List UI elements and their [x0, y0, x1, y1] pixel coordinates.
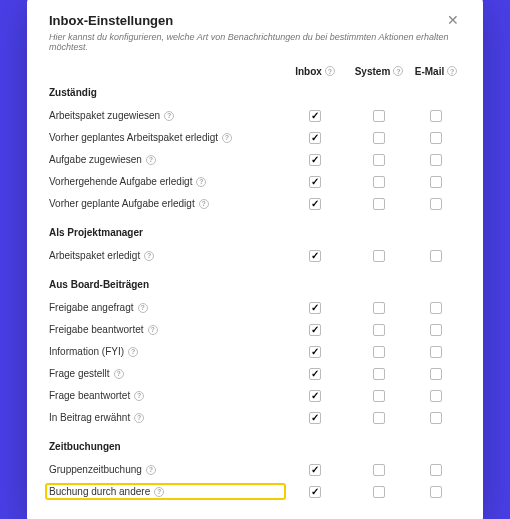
checkbox-email[interactable] — [430, 250, 442, 262]
setting-row: Information (FYI) — [49, 341, 461, 363]
checkbox-system[interactable] — [373, 198, 385, 210]
row-label-text: Freigabe angefragt — [49, 302, 134, 313]
column-headers: Inbox System E-Mail — [49, 66, 461, 77]
checkbox-email[interactable] — [430, 324, 442, 336]
checkbox-email[interactable] — [430, 346, 442, 358]
checkbox-cell — [347, 368, 411, 380]
help-icon[interactable] — [146, 465, 156, 475]
checkbox-system[interactable] — [373, 412, 385, 424]
checkbox-system[interactable] — [373, 132, 385, 144]
checkbox-inbox[interactable] — [309, 346, 321, 358]
help-icon[interactable] — [393, 66, 403, 76]
checkbox-inbox[interactable] — [309, 368, 321, 380]
checkbox-email[interactable] — [430, 412, 442, 424]
help-icon[interactable] — [196, 177, 206, 187]
row-label-text: Buchung durch andere — [49, 486, 150, 497]
checkbox-inbox[interactable] — [309, 154, 321, 166]
checkbox-cell — [347, 302, 411, 314]
checkbox-email[interactable] — [430, 132, 442, 144]
checkbox-inbox[interactable] — [309, 390, 321, 402]
checkbox-inbox[interactable] — [309, 176, 321, 188]
setting-row: Gruppenzeitbuchung — [49, 459, 461, 481]
col-head-system: System — [347, 66, 411, 77]
help-icon[interactable] — [447, 66, 457, 76]
checkbox-system[interactable] — [373, 368, 385, 380]
checkbox-email[interactable] — [430, 198, 442, 210]
checkbox-email[interactable] — [430, 390, 442, 402]
row-label: Frage beantwortet — [49, 390, 283, 401]
setting-row: Freigabe angefragt — [49, 297, 461, 319]
help-icon[interactable] — [154, 487, 164, 497]
help-icon[interactable] — [134, 413, 144, 423]
checkbox-email[interactable] — [430, 368, 442, 380]
checkbox-system[interactable] — [373, 486, 385, 498]
setting-row: Arbeitspaket erledigt — [49, 245, 461, 267]
checkbox-email[interactable] — [430, 176, 442, 188]
row-label-text: Freigabe beantwortet — [49, 324, 144, 335]
checkbox-email[interactable] — [430, 154, 442, 166]
help-icon[interactable] — [144, 251, 154, 261]
checkbox-system[interactable] — [373, 110, 385, 122]
row-label: Vorher geplantes Arbeitspaket erledigt — [49, 132, 283, 143]
checkbox-system[interactable] — [373, 346, 385, 358]
checkbox-cell — [411, 250, 461, 262]
help-icon[interactable] — [146, 155, 156, 165]
row-label: Frage gestellt — [49, 368, 283, 379]
checkbox-inbox[interactable] — [309, 324, 321, 336]
checkbox-cell — [411, 154, 461, 166]
checkbox-email[interactable] — [430, 486, 442, 498]
checkbox-cell — [347, 250, 411, 262]
help-icon[interactable] — [114, 369, 124, 379]
help-icon[interactable] — [199, 199, 209, 209]
checkbox-inbox[interactable] — [309, 464, 321, 476]
checkbox-inbox[interactable] — [309, 250, 321, 262]
checkbox-system[interactable] — [373, 324, 385, 336]
checkbox-system[interactable] — [373, 154, 385, 166]
checkbox-cell — [347, 486, 411, 498]
setting-row: Buchung durch andere — [49, 481, 461, 503]
row-label-text: Frage beantwortet — [49, 390, 130, 401]
row-label-text: Vorher geplantes Arbeitspaket erledigt — [49, 132, 218, 143]
help-icon[interactable] — [148, 325, 158, 335]
checkbox-cell — [283, 198, 347, 210]
checkbox-inbox[interactable] — [309, 132, 321, 144]
checkbox-cell — [411, 176, 461, 188]
help-icon[interactable] — [164, 111, 174, 121]
setting-row: Arbeitspaket zugewiesen — [49, 105, 461, 127]
checkbox-email[interactable] — [430, 464, 442, 476]
setting-row: Vorhergehende Aufgabe erledigt — [49, 171, 461, 193]
checkbox-cell — [411, 412, 461, 424]
checkbox-inbox[interactable] — [309, 110, 321, 122]
checkbox-system[interactable] — [373, 390, 385, 402]
checkbox-cell — [347, 324, 411, 336]
help-icon[interactable] — [134, 391, 144, 401]
row-label: Freigabe beantwortet — [49, 324, 283, 335]
checkbox-inbox[interactable] — [309, 486, 321, 498]
close-button[interactable]: ✕ — [445, 13, 461, 27]
help-icon[interactable] — [325, 66, 335, 76]
checkbox-inbox[interactable] — [309, 412, 321, 424]
checkbox-cell — [411, 346, 461, 358]
checkbox-system[interactable] — [373, 250, 385, 262]
checkbox-cell — [283, 346, 347, 358]
checkbox-system[interactable] — [373, 464, 385, 476]
checkbox-system[interactable] — [373, 176, 385, 188]
row-label: Information (FYI) — [49, 346, 283, 357]
row-label-text: In Beitrag erwähnt — [49, 412, 130, 423]
setting-row: In Beitrag erwähnt — [49, 407, 461, 429]
help-icon[interactable] — [138, 303, 148, 313]
checkbox-system[interactable] — [373, 302, 385, 314]
checkbox-inbox[interactable] — [309, 302, 321, 314]
row-label: Buchung durch andere — [49, 486, 283, 497]
checkbox-inbox[interactable] — [309, 198, 321, 210]
row-label: Vorher geplante Aufgabe erledigt — [49, 198, 283, 209]
help-icon[interactable] — [222, 133, 232, 143]
checkbox-email[interactable] — [430, 110, 442, 122]
row-label-text: Aufgabe zugewiesen — [49, 154, 142, 165]
checkbox-cell — [283, 250, 347, 262]
help-icon[interactable] — [128, 347, 138, 357]
checkbox-email[interactable] — [430, 302, 442, 314]
col-head-inbox: Inbox — [283, 66, 347, 77]
checkbox-cell — [411, 302, 461, 314]
row-label-text: Information (FYI) — [49, 346, 124, 357]
